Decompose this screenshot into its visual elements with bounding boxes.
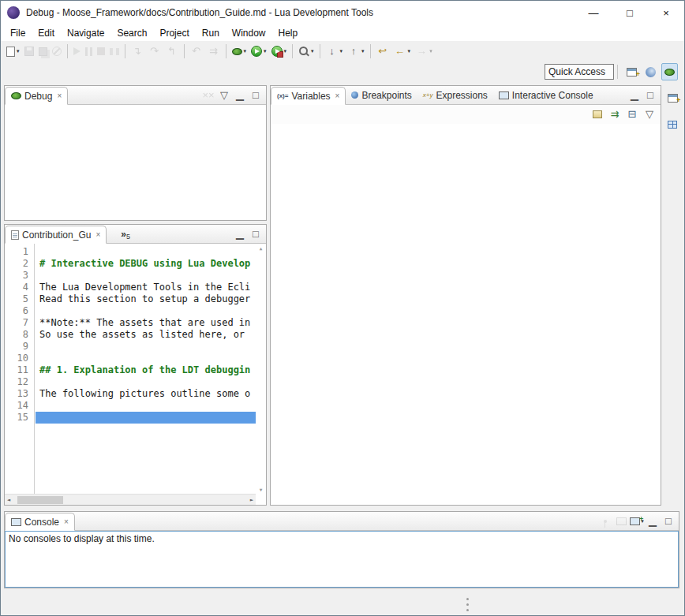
tab-expressions[interactable]: x+yExpressions <box>417 86 493 104</box>
debug-button[interactable]: ▾ <box>230 43 249 60</box>
debug-view-content[interactable] <box>5 105 266 220</box>
console-message: No consoles to display at this time. <box>9 533 155 544</box>
tab-contribution-guide[interactable]: Contribution_Gu× <box>5 226 107 244</box>
restore-minimized-view-button[interactable] <box>664 90 680 106</box>
show-logical-structures-button[interactable]: ⇉ <box>607 106 623 122</box>
menu-file[interactable]: File <box>4 26 32 40</box>
search-dropdown-icon[interactable]: ▾ <box>311 48 314 54</box>
console-view: Console× ▾▁□ No consoles to display at t… <box>4 511 679 588</box>
debug-minimize-button[interactable]: ▁ <box>232 88 248 103</box>
tab-overflow-count: 5 <box>126 233 130 241</box>
variables-view-content[interactable] <box>271 124 661 505</box>
tab-variables[interactable]: (x)=Variables× <box>271 87 346 105</box>
next-annotation-button[interactable]: ↓▾ <box>324 43 346 60</box>
console-content[interactable]: No consoles to display at this time. <box>5 531 679 588</box>
variables-maximize-button[interactable]: □ <box>642 88 658 103</box>
menu-help[interactable]: Help <box>272 26 305 40</box>
back-button[interactable]: ←▾ <box>391 43 414 60</box>
debug-perspective-button[interactable] <box>661 63 678 80</box>
show-type-names-icon <box>593 110 602 118</box>
scrollbar-thumb[interactable] <box>17 496 63 504</box>
menu-window[interactable]: Window <box>226 26 272 40</box>
quick-access-input[interactable]: Quick Access <box>545 64 614 80</box>
new-button[interactable]: ▾ <box>4 43 22 60</box>
collapse-all-icon: ⊟ <box>626 108 638 121</box>
tab-contribution-guide-close-icon[interactable]: × <box>95 230 100 239</box>
show-type-names-button[interactable] <box>590 106 605 122</box>
tab-interactive-console[interactable]: Interactive Console <box>493 86 599 104</box>
maximize-button[interactable]: □ <box>612 1 648 24</box>
forward-icon: → <box>415 45 428 58</box>
new-dropdown-icon[interactable]: ▾ <box>17 48 20 54</box>
lua-perspective-button[interactable] <box>642 63 659 80</box>
console-maximize-button[interactable]: □ <box>661 513 676 529</box>
minimized-views-trim <box>662 85 683 506</box>
toolbar-separator <box>184 44 185 58</box>
run-dropdown-icon[interactable]: ▾ <box>264 48 267 54</box>
close-button[interactable]: × <box>648 1 684 24</box>
open-perspective-button[interactable] <box>623 63 640 80</box>
scroll-right-icon[interactable]: ► <box>250 497 253 503</box>
menu-edit[interactable]: Edit <box>32 26 61 40</box>
editor-maximize-button[interactable]: □ <box>248 226 264 242</box>
tab-debug[interactable]: Debug× <box>5 87 68 105</box>
editor-horizontal-scrollbar[interactable]: ◄ ► <box>5 494 256 505</box>
editor-line: Read this section to setup a debugger <box>36 293 256 305</box>
line-number: 11 <box>5 364 28 376</box>
minimized-grid-view-button[interactable] <box>664 117 680 133</box>
remove-all-terminated-button: ×× <box>200 88 216 103</box>
run-icon <box>251 46 262 57</box>
open-console-button[interactable]: ▾ <box>629 513 645 529</box>
previous-annotation-button[interactable]: ↑▾ <box>345 43 367 60</box>
search-icon <box>298 46 309 57</box>
tab-debug-close-icon[interactable]: × <box>57 91 62 100</box>
variables-view-menu-button[interactable]: ▽ <box>642 106 657 122</box>
debug-view-menu-button[interactable]: ▽ <box>216 88 232 103</box>
collapse-all-button[interactable]: ⊟ <box>624 106 640 122</box>
scroll-up-icon[interactable]: ▲ <box>260 245 263 251</box>
sash-handle[interactable] <box>466 598 469 611</box>
next-annotation-icon: ↓ <box>326 45 339 58</box>
tab-console[interactable]: Console× <box>5 513 75 531</box>
line-number: 10 <box>5 353 28 364</box>
titlebar: Debug - Moose_Framework/docs/Contributio… <box>1 1 684 24</box>
application-window: Debug - Moose_Framework/docs/Contributio… <box>0 0 685 616</box>
next-annotation-dropdown-icon[interactable]: ▾ <box>340 48 343 54</box>
debug-view-menu-icon: ▽ <box>218 89 230 102</box>
step-return-icon: ↰ <box>166 45 178 58</box>
editor-minimize-icon: ▁ <box>234 228 246 241</box>
toolbar-separator <box>67 44 68 58</box>
menu-project[interactable]: Project <box>153 26 195 40</box>
external-tools-dropdown-icon[interactable]: ▾ <box>284 48 287 54</box>
tab-variables-close-icon[interactable]: × <box>335 91 340 100</box>
debug-dropdown-icon[interactable]: ▾ <box>244 48 247 54</box>
menu-navigate[interactable]: Navigate <box>61 26 110 40</box>
minimize-button[interactable]: — <box>575 1 612 24</box>
editor-code[interactable]: # Interactive DEBUG using Lua Develop Th… <box>36 244 256 494</box>
back-dropdown-icon[interactable]: ▾ <box>408 48 411 54</box>
editor-tab-overflow[interactable]: » 5 <box>114 225 137 243</box>
console-minimize-button[interactable]: ▁ <box>645 513 661 529</box>
resume-icon <box>73 47 80 55</box>
editor-line <box>36 305 256 317</box>
variables-minimize-button[interactable]: ▁ <box>627 88 642 103</box>
suspend-button <box>83 43 95 60</box>
editor-area[interactable]: 123456789101112131415 # Interactive DEBU… <box>5 244 266 505</box>
last-edit-location-button[interactable]: ↩ <box>374 43 391 60</box>
previous-annotation-dropdown-icon[interactable]: ▾ <box>361 48 365 54</box>
tab-breakpoints[interactable]: Breakpoints <box>346 86 417 104</box>
search-button[interactable]: ▾ <box>296 43 316 60</box>
editor-minimize-button[interactable]: ▁ <box>232 226 248 242</box>
step-into-button: ↴ <box>129 43 146 60</box>
debug-maximize-button[interactable]: □ <box>248 88 264 103</box>
editor-vertical-scrollbar[interactable]: ▲ ▼ <box>256 244 266 494</box>
scroll-down-icon[interactable]: ▼ <box>260 487 263 492</box>
menu-run[interactable]: Run <box>196 26 226 40</box>
console-tabrow: Console× ▾▁□ <box>5 512 679 531</box>
scroll-left-icon[interactable]: ◄ <box>7 497 10 503</box>
external-tools-button[interactable]: ▾ <box>269 43 290 60</box>
editor-maximize-icon: □ <box>249 228 262 241</box>
run-button[interactable]: ▾ <box>249 43 269 60</box>
menu-search[interactable]: Search <box>110 26 153 40</box>
tab-console-close-icon[interactable]: × <box>64 517 69 526</box>
